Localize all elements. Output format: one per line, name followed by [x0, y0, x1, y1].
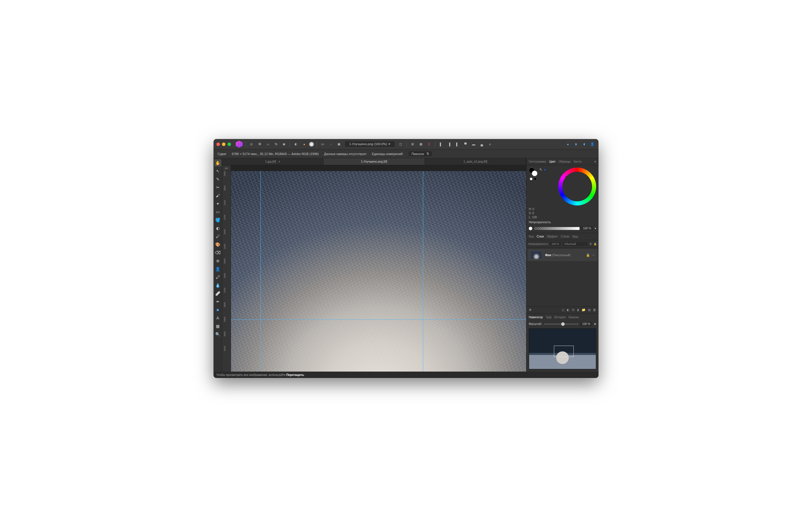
layer-locked-icon[interactable]: 🔒 — [586, 253, 590, 257]
opacity-slider[interactable] — [534, 227, 580, 230]
marquee-tool[interactable]: ▭ — [214, 208, 221, 215]
account-icon[interactable]: 👤 — [589, 141, 596, 148]
layer-opacity-field[interactable]: 100 % — [550, 242, 561, 246]
persona-liquify-icon[interactable]: ❂ — [256, 141, 263, 148]
zoom-tool[interactable]: 🔍 — [214, 331, 221, 338]
snapping-icon[interactable]: ⊻ — [426, 141, 432, 148]
flood-fill-tool[interactable]: 🪣 — [214, 216, 221, 223]
mesh-tool[interactable]: ▦ — [214, 323, 221, 330]
tab-histogram[interactable]: Гистограмма — [529, 160, 546, 163]
adjust-color-icon[interactable]: ● — [301, 141, 308, 148]
tab-effects[interactable]: Эффект — [547, 235, 558, 238]
align-top-icon[interactable]: ▀ — [462, 141, 469, 148]
view-tool[interactable]: ✋ — [214, 159, 221, 166]
tab-adjustments[interactable]: Кор — [529, 235, 534, 238]
panel-menu-icon[interactable]: ≡ — [594, 160, 596, 163]
opacity-slider-knob[interactable] — [529, 227, 532, 230]
tab-swatches[interactable]: Образцы — [558, 160, 571, 163]
gradient-tool[interactable]: ◐ — [214, 225, 221, 232]
swap-swatch-icon[interactable] — [534, 178, 536, 180]
adjust-gradient-icon[interactable] — [309, 142, 314, 147]
zoom-value[interactable]: 100 % — [580, 322, 592, 326]
layer-row[interactable]: Фон (Пиксельный) 🔒✓ — [528, 249, 597, 261]
clone-tool[interactable]: ⊕ — [214, 257, 221, 264]
distribute-h-icon[interactable]: ≡ — [487, 141, 493, 148]
move-tool[interactable]: ↖ — [214, 168, 221, 175]
selection-refine-icon[interactable]: ⟋ — [327, 141, 334, 148]
adjust-contrast-icon[interactable]: ◐ — [293, 141, 299, 148]
opacity-value[interactable]: 100 % — [581, 226, 593, 231]
inpainting-tool[interactable]: 👤 — [214, 266, 221, 273]
mask-toggle-icon[interactable]: ◻ — [398, 141, 404, 148]
live-filter-icon[interactable]: ⧗ — [577, 308, 579, 312]
guides-icon[interactable]: ▦ — [418, 141, 424, 148]
magic-wand-tool[interactable]: ✦ — [214, 200, 221, 207]
document-tab[interactable]: 1-Улучшено.png [И] — [323, 158, 425, 165]
align-bottom-icon[interactable]: ▄ — [478, 141, 485, 148]
text-tool[interactable]: A — [214, 314, 221, 322]
align-middle-icon[interactable]: ▬ — [470, 141, 477, 148]
layer-visible-icon[interactable]: ✓ — [592, 253, 595, 257]
persona-tone-icon[interactable]: ⇆ — [273, 141, 279, 148]
tab-brushes[interactable]: Кисти — [574, 160, 582, 163]
layer-settings-icon[interactable]: ⚙ — [589, 242, 592, 245]
mixer-brush-tool[interactable]: 🎨 — [214, 241, 221, 248]
navigator-thumbnail[interactable] — [529, 329, 596, 369]
maximize-window-icon[interactable] — [228, 143, 231, 146]
pen-tool[interactable]: ✒ — [214, 298, 221, 305]
document-tab[interactable]: 1.jpg [И]× — [222, 158, 323, 165]
tab-transform[interactable]: Трф — [546, 315, 551, 319]
tab-navigator[interactable]: Навигатор — [529, 315, 543, 319]
dodge-tool[interactable]: 🖍 — [214, 274, 221, 281]
tab-layers[interactable]: Слои — [536, 235, 544, 238]
blend-mode-dropdown[interactable]: Обычный — [562, 242, 588, 246]
layer-lock-icon[interactable]: 🔒 — [593, 242, 597, 245]
color-picker-tool[interactable]: ✎ — [214, 176, 221, 183]
group-layer-icon[interactable]: 📁 — [582, 308, 586, 312]
guide-vertical[interactable] — [423, 171, 423, 372]
erase-tool[interactable]: ⌫ — [214, 249, 221, 256]
assistant-icon[interactable]: ● — [565, 141, 571, 148]
delete-layer-icon[interactable]: 🗑 — [593, 308, 596, 312]
persona-develop-icon[interactable]: ⩙ — [265, 141, 271, 148]
align-left-icon[interactable]: ▌ — [438, 141, 444, 148]
grid-icon[interactable]: ⊞ — [409, 141, 416, 148]
close-tab-icon[interactable]: × — [278, 160, 280, 164]
layer-stack-icon[interactable]: ❖ — [529, 308, 532, 312]
close-window-icon[interactable] — [216, 143, 220, 146]
navigator-viewport[interactable] — [554, 346, 574, 357]
minimize-window-icon[interactable] — [222, 143, 226, 146]
selection-marquee-icon[interactable]: ▭ — [319, 141, 326, 148]
paint-brush-tool[interactable]: 🖊 — [214, 233, 221, 240]
document-tab[interactable]: 1_auto_x2.png [И] — [425, 158, 526, 165]
canvas[interactable] — [231, 171, 526, 372]
eyedropper-icon[interactable]: ✎ — [539, 168, 542, 172]
healing-tool[interactable]: 🩹 — [214, 290, 221, 297]
persona-photo-icon[interactable]: ◎ — [248, 141, 255, 148]
align-right-icon[interactable]: ▌ — [454, 141, 461, 148]
guide-vertical[interactable] — [260, 171, 261, 372]
stock-icon[interactable]: ◗ — [573, 141, 579, 148]
crop-tool[interactable]: ✂ — [214, 184, 221, 191]
color-wheel[interactable] — [558, 168, 596, 206]
color-swatches[interactable] — [529, 168, 538, 176]
help-icon[interactable]: ◖ — [581, 141, 587, 148]
tab-color[interactable]: Цвет — [549, 160, 556, 163]
tab-channels[interactable]: Каналы — [569, 315, 579, 319]
reset-swatch-icon[interactable] — [530, 178, 532, 180]
mask-layer-icon[interactable]: ◻ — [562, 308, 564, 312]
units-dropdown[interactable]: Пиксели⇅ — [409, 151, 432, 156]
rectangle-tool[interactable]: ■ — [214, 306, 221, 313]
selection-brush-tool[interactable]: 🖌 — [214, 192, 221, 199]
tab-history[interactable]: История — [554, 315, 566, 319]
ruler-vertical[interactable]: 1900200021002200230024002500260027002800… — [222, 171, 231, 372]
sampled-color-icon[interactable]: ● — [544, 168, 546, 172]
zoom-slider[interactable] — [544, 324, 579, 325]
add-layer-icon[interactable]: ⊞ — [588, 308, 591, 312]
persona-export-icon[interactable]: ◉ — [281, 141, 287, 148]
guide-horizontal[interactable] — [231, 320, 526, 320]
opacity-menu-icon[interactable]: ▾ — [595, 227, 596, 230]
fx-layer-icon[interactable]: fx — [572, 308, 575, 312]
tab-stock[interactable]: Хрщ — [572, 235, 578, 238]
blur-tool[interactable]: 💧 — [214, 282, 221, 289]
